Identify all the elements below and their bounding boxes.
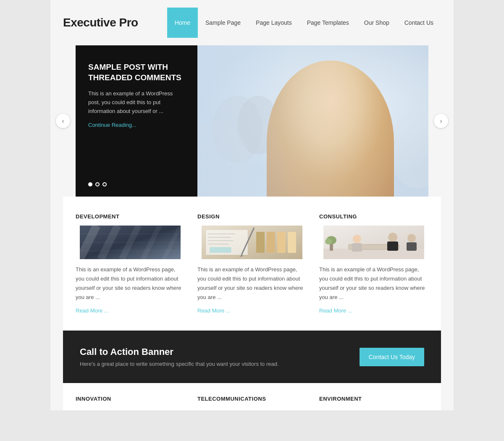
feature-excerpt-design: This is an example of a WordPress page, … [197,265,307,302]
cta-banner: Call to Action Banner Here's a great pla… [63,331,441,383]
dot-2[interactable] [95,182,100,186]
cta-text-block: Call to Action Banner Here's a great pla… [80,346,279,367]
feature-image-design [197,226,307,259]
features-grid: DEVELOPMENT [76,213,428,314]
hero-post-title: SAMPLE POST WITH THREADED COMMENTS [88,62,185,83]
svg-point-15 [275,171,393,197]
svg-point-14 [343,119,347,123]
svg-point-45 [388,233,397,242]
svg-point-47 [407,234,416,242]
svg-rect-4 [323,138,344,167]
hero-read-more-link[interactable]: Continue Reading... [88,122,185,128]
feature-image-consulting [319,226,428,259]
svg-rect-36 [277,232,286,253]
svg-point-3 [279,163,388,197]
site-title: Executive Pro [63,16,138,29]
svg-point-13 [322,119,326,123]
hero-text-panel: SAMPLE POST WITH THREADED COMMENTS This … [76,45,197,197]
svg-point-12 [341,118,348,124]
features-section: DEVELOPMENT [63,197,441,331]
nav-item-contact-us[interactable]: Contact Us [397,8,441,38]
nav-item-page-layouts[interactable]: Page Layouts [248,8,299,38]
bottom-features-grid: INNOVATION TELECOMMUNICATIONS ENVIRONMEN… [76,396,428,402]
svg-rect-48 [407,242,417,251]
feature-card-design: DESIGN [197,213,307,314]
feature-card-consulting: CONSULTING [319,213,428,314]
svg-point-17 [388,113,428,188]
bottom-features: INNOVATION TELECOMMUNICATIONS ENVIRONMEN… [63,383,441,410]
feature-excerpt-development: This is an example of a WordPress page, … [76,265,185,302]
nav-item-sample-page[interactable]: Sample Page [198,8,248,38]
svg-point-51 [325,239,332,244]
svg-rect-35 [267,232,275,253]
svg-point-6 [299,73,368,127]
slider-prev-button[interactable]: ‹ [56,114,70,128]
hero-image-placeholder [197,45,428,197]
feature-excerpt-consulting: This is an example of a WordPress page, … [319,265,428,302]
feature-title-design: DESIGN [197,213,307,220]
svg-point-43 [353,235,361,243]
svg-rect-46 [387,242,398,251]
svg-rect-44 [352,243,362,252]
dot-1[interactable] [88,182,92,186]
bottom-feature-environment: ENVIRONMENT [319,396,428,402]
slider-dots [88,182,107,186]
hero-section: SAMPLE POST WITH THREADED COMMENTS This … [76,45,428,197]
feature-title-consulting: CONSULTING [319,213,428,220]
svg-point-8 [351,92,376,129]
svg-rect-0 [197,45,428,197]
hero-post-excerpt: This is an example of a WordPress post, … [88,89,185,116]
svg-point-2 [237,96,279,155]
dot-3[interactable] [102,182,107,186]
hero-image [197,45,428,197]
feature-title-development: DEVELOPMENT [76,213,185,220]
svg-point-16 [197,121,250,197]
page-wrapper: Executive Pro HomeSample PagePage Layout… [50,0,454,410]
nav-item-page-templates[interactable]: Page Templates [299,8,357,38]
svg-rect-37 [288,232,296,253]
cta-contact-button[interactable]: Contact Us Today [360,348,424,366]
nav-item-home[interactable]: Home [167,8,198,38]
main-nav: HomeSample PagePage LayoutsPage Template… [167,8,441,38]
slider-next-button[interactable]: › [434,114,448,128]
feature-read-more-development[interactable]: Read More ... [76,307,109,314]
svg-point-1 [212,96,262,163]
feature-card-development: DEVELOPMENT [76,213,185,314]
svg-point-5 [300,83,368,163]
cta-subtitle: Here's a great place to write something … [80,361,279,367]
bottom-feature-telecom: TELECOMMUNICATIONS [197,396,307,402]
svg-point-9 [318,117,328,125]
svg-rect-34 [256,232,265,253]
bottom-feature-innovation: INNOVATION [76,396,185,402]
feature-image-development [76,226,185,259]
site-header: Executive Pro HomeSample PagePage Layout… [50,0,454,45]
hero-slider-container: ‹ SAMPLE POST WITH THREADED COMMENTS Thi… [63,45,441,197]
nav-item-our-shop[interactable]: Our Shop [357,8,397,38]
cta-title: Call to Action Banner [80,346,279,357]
feature-read-more-design[interactable]: Read More ... [197,307,231,314]
svg-point-11 [320,118,327,124]
svg-rect-33 [210,247,231,252]
svg-point-10 [339,117,349,125]
feature-read-more-consulting[interactable]: Read More ... [319,307,352,314]
svg-point-7 [290,92,319,134]
